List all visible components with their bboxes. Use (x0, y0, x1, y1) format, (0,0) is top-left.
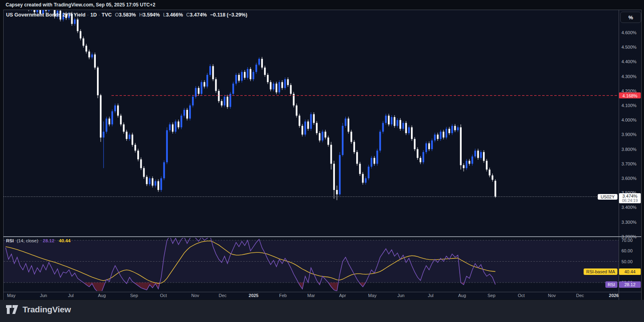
time-label: Apr (339, 293, 346, 298)
tradingview-logo[interactable]: TradingView (6, 305, 71, 314)
rsi-tick: 70.00 (621, 238, 633, 243)
price-tick: 4.100% (621, 103, 636, 108)
time-label: Dec (219, 293, 227, 298)
bar-countdown: 06:24:19 (619, 198, 641, 203)
time-label: Dec (576, 293, 584, 298)
price-axis[interactable] (619, 10, 642, 300)
time-label: Feb (279, 293, 287, 298)
tradingview-snapshot: Capsey created with TradingView.com, Sep… (0, 0, 644, 322)
rsi-ma-axis-value: 40.44 (619, 268, 641, 275)
rsi-tick: 50.00 (621, 259, 633, 264)
interval-label[interactable]: 1D (90, 12, 97, 18)
rsi-ma-line-label: RSI-based MA (584, 268, 617, 275)
time-label: Sep (130, 293, 138, 298)
time-label: May (368, 293, 377, 298)
price-tick: 3.400% (621, 205, 636, 210)
time-label: Sep (487, 293, 495, 298)
symbol-title[interactable]: US Government Bonds 2YR Yield (6, 12, 85, 18)
pane-separator[interactable] (3, 236, 641, 237)
last-price-value: 3.474% (619, 194, 641, 198)
percent-unit-button[interactable]: % (620, 12, 641, 23)
time-label: Jun (40, 293, 47, 298)
alert-price-label[interactable]: 4.168% (619, 93, 641, 99)
price-tick: 3.800% (621, 147, 636, 152)
time-label: Jul (428, 293, 433, 298)
chart-canvas[interactable] (0, 0, 644, 322)
close-value: 3.474% (190, 12, 207, 18)
last-price-label: 3.474% 06:24:19 (619, 193, 641, 203)
rsi-legend[interactable]: RSI (14, close) 28.12 40.44 (6, 238, 70, 243)
time-label: Nov (191, 293, 199, 298)
rsi-line-label: RSI (605, 281, 617, 288)
price-tick: 3.700% (621, 161, 636, 166)
watermark-text: Capsey created with TradingView.com, Sep… (6, 2, 155, 8)
high-value: 3.594% (143, 12, 160, 18)
symbol-price-badge: US02Y (598, 194, 617, 200)
open-value: 3.583% (119, 12, 136, 18)
tradingview-logo-text: TradingView (23, 305, 71, 314)
tradingview-logo-icon (6, 305, 19, 314)
rsi-ma-current-value: 40.44 (59, 238, 70, 243)
time-label: Mar (308, 293, 315, 298)
time-label: 2025 (249, 293, 258, 298)
time-label: Aug (98, 293, 106, 298)
price-tick: 4.500% (621, 45, 636, 50)
price-tick: 4.400% (621, 59, 636, 64)
rsi-tick: 60.00 (621, 248, 633, 253)
time-label: Nov (548, 293, 556, 298)
open-letter: O (115, 12, 119, 18)
time-label: Jun (397, 293, 405, 298)
time-label: 2026 (609, 293, 619, 298)
time-label: May (7, 293, 16, 298)
footer-bar (0, 300, 644, 322)
time-label: Aug (458, 293, 466, 298)
separator-dot: · (97, 12, 101, 18)
price-tick: 4.000% (621, 118, 636, 122)
price-tick: 3.600% (621, 176, 636, 181)
change-value: −0.118 (−3.29%) (210, 12, 247, 18)
exchange-label: TVC (102, 12, 112, 18)
high-letter: H (139, 12, 143, 18)
rsi-indicator-title[interactable]: RSI (6, 238, 14, 243)
price-tick: 4.300% (621, 74, 636, 79)
rsi-axis-value: 28.12 (619, 281, 641, 288)
rsi-params: (14, close) (17, 238, 38, 243)
time-label: Oct (518, 293, 524, 298)
price-tick: 4.600% (621, 30, 636, 35)
time-label: Jul (68, 293, 74, 298)
rsi-current-value: 28.12 (43, 238, 54, 243)
symbol-header[interactable]: US Government Bonds 2YR Yield·1D·TVCO3.5… (6, 12, 247, 18)
time-label: Oct (160, 293, 167, 298)
separator-dot: · (85, 12, 90, 18)
price-tick: 3.300% (621, 220, 636, 225)
price-tick: 3.900% (621, 132, 636, 137)
close-letter: C (186, 12, 190, 18)
low-value: 3.466% (166, 12, 183, 18)
